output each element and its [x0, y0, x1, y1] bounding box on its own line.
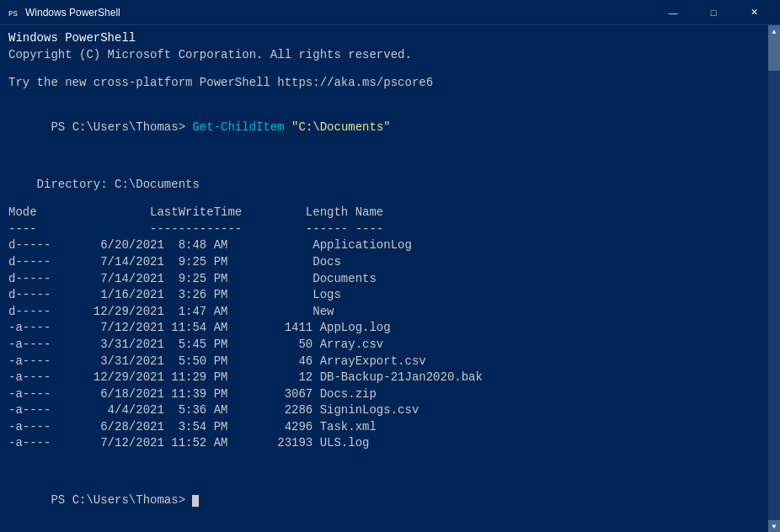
scroll-down-button[interactable]: ▼: [768, 520, 780, 532]
table-row: -a---- 7/12/2021 11:52 AM 23193 ULS.log: [8, 435, 760, 452]
table-row: -a---- 6/18/2021 11:39 PM 3067 Docs.zip: [8, 386, 760, 403]
blank-line-3: [8, 153, 760, 165]
scroll-thumb[interactable]: [768, 37, 780, 71]
arg-1: "C:\Documents": [285, 120, 391, 134]
title-bar-left: PS Windows PowerShell: [7, 6, 120, 19]
output-line-2: Copyright (C) Microsoft Corporation. All…: [8, 47, 760, 64]
blank-line-5: [8, 193, 760, 205]
command-line-1: PS C:\Users\Thomas> Get-ChildItem "C:\Do…: [8, 104, 760, 153]
blank-line-1: [8, 63, 760, 75]
window-title: Windows PowerShell: [25, 7, 120, 19]
scrollbar[interactable]: ▲ ▼: [768, 25, 780, 532]
prompt-2: PS C:\Users\Thomas>: [51, 493, 192, 507]
scroll-up-button[interactable]: ▲: [768, 25, 780, 37]
title-bar: PS Windows PowerShell — □ ✕: [0, 0, 780, 25]
maximize-button[interactable]: □: [694, 0, 733, 25]
minimize-button[interactable]: —: [654, 0, 692, 25]
table-row: -a---- 4/4/2021 5:36 AM 2286 SigninLogs.…: [8, 402, 760, 419]
app-icon: PS: [7, 6, 20, 19]
blank-line-4: [8, 165, 760, 177]
table-row: d----- 12/29/2021 1:47 AM New: [8, 304, 760, 321]
blank-line-7: [8, 464, 760, 476]
table-row: d----- 7/14/2021 9:25 PM Documents: [8, 271, 760, 288]
table-row: -a---- 12/29/2021 11:29 PM 12 DB-Backup-…: [8, 370, 760, 386]
output-line-4: Try the new cross-platform PowerShell ht…: [8, 75, 760, 92]
close-button[interactable]: ✕: [735, 0, 773, 25]
column-headers: Mode LastWriteTime Length Name: [8, 205, 760, 221]
main-area: Windows PowerShell Copyright (C) Microso…: [0, 25, 780, 532]
window-controls: — □ ✕: [654, 0, 773, 25]
blank-line-6: [8, 452, 760, 464]
scroll-track[interactable]: [768, 37, 780, 520]
cmd-1: Get-ChildItem: [192, 120, 284, 134]
table-row: d----- 7/14/2021 9:25 PM Docs: [8, 254, 760, 271]
cursor: [192, 495, 199, 507]
file-list: d----- 6/20/2021 8:48 AM ApplicationLogd…: [8, 237, 760, 452]
table-row: d----- 6/20/2021 8:48 AM ApplicationLog: [8, 237, 760, 254]
table-row: -a---- 7/12/2021 11:54 AM 1411 AppLog.lo…: [8, 320, 760, 337]
table-row: d----- 1/16/2021 3:26 PM Logs: [8, 287, 760, 304]
terminal[interactable]: Windows PowerShell Copyright (C) Microso…: [0, 25, 768, 532]
svg-text:PS: PS: [8, 10, 18, 19]
prompt-1: PS C:\Users\Thomas>: [51, 120, 192, 134]
output-line-1: Windows PowerShell: [8, 30, 760, 47]
prompt-line-2: PS C:\Users\Thomas>: [8, 476, 760, 525]
blank-line-2: [8, 92, 760, 104]
table-row: -a---- 6/28/2021 3:54 PM 4296 Task.xml: [8, 419, 760, 436]
column-separators: ---- ------------- ------ ----: [8, 221, 760, 238]
table-row: -a---- 3/31/2021 5:50 PM 46 ArrayExport.…: [8, 354, 760, 370]
directory-line: Directory: C:\Documents: [8, 177, 760, 194]
table-row: -a---- 3/31/2021 5:45 PM 50 Array.csv: [8, 337, 760, 354]
